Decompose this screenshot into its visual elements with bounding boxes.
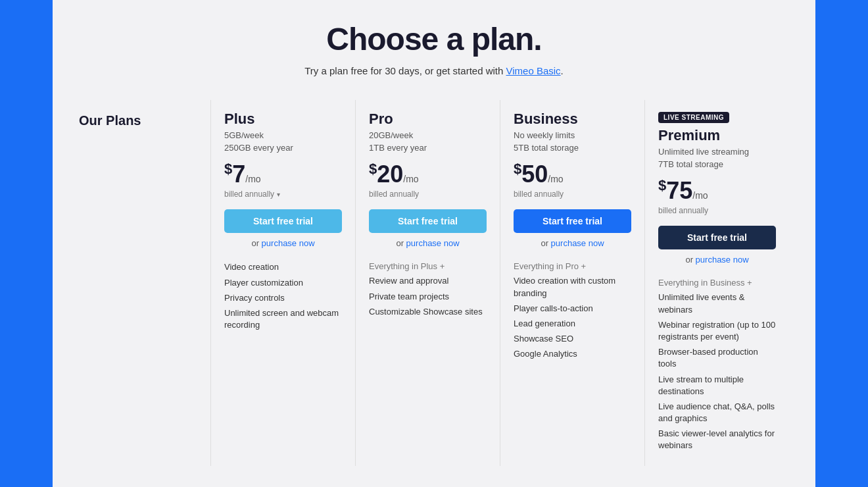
purchase-prefix-plus: or (251, 238, 261, 248)
plan-col-business: Business No weekly limits 5TB total stor… (500, 100, 644, 465)
features-list-plus: Video creationPlayer customizationPrivac… (224, 261, 342, 331)
feature-item: Customizable Showcase sites (369, 306, 487, 318)
purchase-prefix-business: or (541, 238, 550, 248)
page-subtitle: Try a plan free for 30 days, or get star… (79, 65, 789, 76)
plan-price-pro: $20/mo (369, 161, 487, 188)
features-section-premium: Everything in Business + Unlimited live … (658, 278, 776, 451)
plans-label-container: Our Plans (79, 100, 210, 465)
plans-grid: Plus 5GB/week 250GB every year $7/mo bil… (210, 100, 789, 465)
feature-item: Private team projects (369, 291, 487, 303)
subtitle-start: Try a plan free for 30 days, or get star… (304, 65, 506, 76)
feature-item: Unlimited screen and webcam recording (224, 307, 342, 331)
plan-price-plus: $7/mo (224, 161, 342, 188)
plan-name-plus: Plus (224, 111, 342, 128)
plan-weekly-premium: Unlimited live streaming (658, 147, 776, 157)
purchase-row-plus: or purchase now (224, 238, 342, 248)
feature-item: Video creation with custom branding (514, 275, 631, 299)
feature-item: Webinar registration (up to 100 registra… (658, 319, 776, 343)
feature-item: Video creation (224, 261, 342, 273)
plan-col-premium: LIVE STREAMING Premium Unlimited live st… (644, 100, 789, 465)
plan-weekly-business: No weekly limits (514, 130, 631, 140)
page-header: Choose a plan. Try a plan free for 30 da… (79, 21, 789, 76)
features-section-business: Everything in Pro + Video creation with … (514, 261, 631, 360)
plan-badge-premium: LIVE STREAMING (658, 112, 729, 123)
plan-billing-premium: billed annually (658, 206, 776, 215)
plan-col-plus: Plus 5GB/week 250GB every year $7/mo bil… (210, 100, 355, 465)
plan-period-business: /mo (548, 174, 563, 184)
plan-billing-text-pro: billed annually (369, 190, 419, 199)
page-title: Choose a plan. (79, 21, 789, 57)
plan-annual-business: 5TB total storage (514, 143, 631, 153)
feature-item: Browser-based production tools (658, 346, 776, 370)
purchase-link-premium[interactable]: purchase now (696, 255, 749, 265)
feature-item: Basic viewer-level analytics for webinar… (658, 428, 776, 451)
feature-item: Player customization (224, 277, 342, 289)
start-trial-button-business[interactable]: Start free trial (514, 209, 631, 233)
start-trial-button-plus[interactable]: Start free trial (224, 209, 342, 233)
plan-amount-plus: $7 (224, 161, 245, 188)
plan-col-pro: Pro 20GB/week 1TB every year $20/mo bill… (355, 100, 500, 465)
plan-amount-pro: $20 (369, 161, 403, 188)
features-intro-premium: Everything in Business + (658, 278, 776, 288)
subtitle-end: . (561, 65, 564, 76)
plan-name-premium: Premium (658, 127, 776, 144)
features-list-premium: Unlimited live events & webinarsWebinar … (658, 292, 776, 451)
plan-weekly-plus: 5GB/week (224, 130, 342, 140)
plan-billing-pro: billed annually (369, 190, 487, 199)
plans-label-text: Our Plans (79, 113, 141, 128)
plan-billing-business: billed annually (514, 190, 631, 199)
feature-item: Lead generation (514, 318, 631, 330)
feature-item: Live audience chat, Q&A, polls and graph… (658, 401, 776, 424)
purchase-row-premium: or purchase now (658, 255, 776, 265)
feature-item: Google Analytics (514, 348, 631, 360)
plan-weekly-pro: 20GB/week (369, 130, 487, 140)
plan-billing-text-business: billed annually (514, 190, 564, 199)
purchase-row-business: or purchase now (514, 238, 631, 248)
feature-item: Live stream to multiple destinations (658, 374, 776, 397)
vimeo-basic-link[interactable]: Vimeo Basic (506, 65, 561, 76)
feature-item: Unlimited live events & webinars (658, 292, 776, 315)
feature-item: Player calls-to-action (514, 303, 631, 315)
features-list-pro: Review and approvalPrivate team projects… (369, 275, 487, 318)
features-intro-business: Everything in Pro + (514, 261, 631, 271)
purchase-link-plus[interactable]: purchase now (262, 238, 315, 248)
plan-amount-premium: $75 (658, 177, 692, 204)
start-trial-button-premium[interactable]: Start free trial (658, 226, 776, 249)
pricing-page: Choose a plan. Try a plan free for 30 da… (53, 0, 815, 487)
plan-price-premium: $75/mo (658, 177, 776, 205)
plan-annual-pro: 1TB every year (369, 143, 487, 153)
feature-item: Review and approval (369, 275, 487, 287)
start-trial-button-pro[interactable]: Start free trial (369, 209, 487, 233)
purchase-link-business[interactable]: purchase now (551, 238, 604, 248)
plans-section: Our Plans Plus 5GB/week 250GB every year… (79, 100, 789, 465)
plan-billing-plus: billed annually▾ (224, 190, 342, 199)
purchase-row-pro: or purchase now (369, 238, 487, 248)
purchase-prefix-premium: or (685, 255, 695, 265)
plan-billing-text-premium: billed annually (658, 206, 708, 215)
features-section-pro: Everything in Plus + Review and approval… (369, 261, 487, 318)
plan-amount-business: $50 (514, 161, 548, 188)
plan-period-premium: /mo (692, 190, 708, 201)
plan-name-business: Business (514, 111, 631, 128)
plan-annual-premium: 7TB total storage (658, 159, 776, 169)
plan-billing-text-plus: billed annually (224, 190, 274, 199)
plan-period-plus: /mo (245, 174, 260, 184)
purchase-link-pro[interactable]: purchase now (406, 238, 460, 248)
features-intro-pro: Everything in Plus + (369, 261, 487, 271)
feature-item: Showcase SEO (514, 333, 631, 345)
plan-period-pro: /mo (403, 174, 418, 184)
plan-name-pro: Pro (369, 111, 487, 128)
billing-chevron: ▾ (277, 191, 280, 198)
plan-annual-plus: 250GB every year (224, 143, 342, 153)
plan-price-business: $50/mo (514, 161, 631, 188)
features-section-plus: Video creationPlayer customizationPrivac… (224, 261, 342, 331)
purchase-prefix-pro: or (396, 238, 406, 248)
features-list-business: Video creation with custom brandingPlaye… (514, 275, 631, 360)
feature-item: Privacy controls (224, 292, 342, 304)
